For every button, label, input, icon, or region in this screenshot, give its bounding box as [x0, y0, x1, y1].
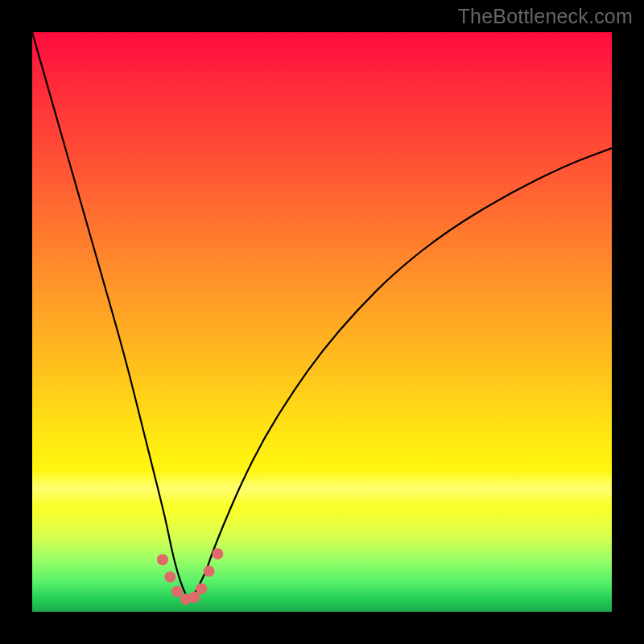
marker-dot — [212, 548, 223, 559]
watermark-text: TheBottleneck.com — [458, 5, 633, 28]
marker-dot — [204, 566, 215, 577]
plot-area — [32, 32, 612, 612]
marker-dot — [196, 583, 207, 594]
near-minimum-dots — [157, 548, 223, 605]
curve-layer — [32, 32, 612, 612]
bottleneck-curve — [32, 32, 612, 598]
chart-frame: TheBottleneck.com — [0, 0, 644, 644]
marker-dot — [171, 586, 183, 597]
marker-dot — [157, 554, 168, 565]
marker-dot — [164, 572, 175, 583]
